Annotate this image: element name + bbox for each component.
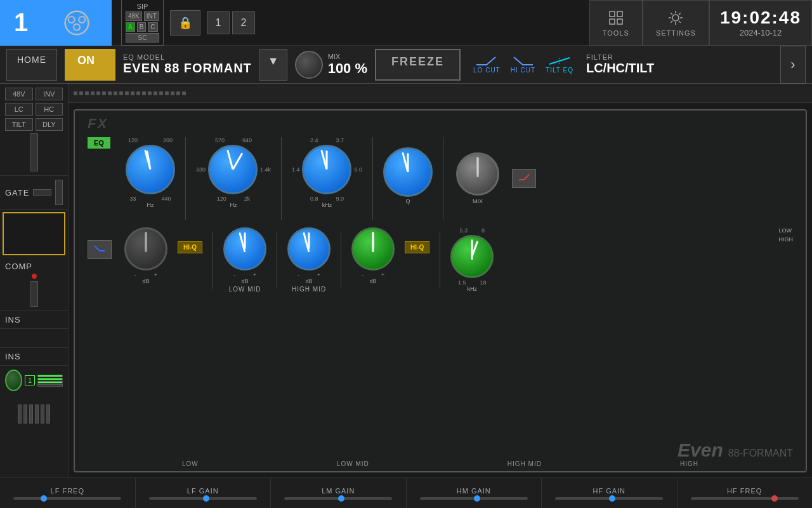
svg-point-8 (672, 15, 679, 21)
lm-gain-slider[interactable] (284, 497, 392, 500)
lm-gain-thumb (338, 495, 344, 502)
lowmid-gain-knob[interactable] (223, 227, 266, 271)
eq-on-button[interactable]: EQ (88, 137, 110, 149)
low-gain-minus: - (134, 272, 136, 278)
lf-gain-thumb (203, 495, 209, 502)
top-bar: 1 SIP 48K INT A B C SC 🔒 1 2 (0, 0, 812, 46)
lowmid-q-knob-indicator (232, 152, 244, 170)
divider-3 (372, 137, 373, 220)
bus-btn-1[interactable]: 1 (207, 11, 230, 34)
hiq-btn-2[interactable]: HI-Q (405, 241, 429, 253)
lowmid-section-label: LOW MID (229, 286, 261, 293)
mix-knob[interactable] (295, 51, 323, 79)
vol-knob[interactable] (5, 370, 22, 391)
lf-gain-slider[interactable] (149, 497, 257, 500)
lowmid-q-knob[interactable] (208, 145, 258, 194)
lo-shelf-btn[interactable] (88, 240, 112, 259)
hf-gain-slider[interactable] (555, 497, 663, 500)
comp-fader[interactable] (30, 281, 38, 307)
hi-shelf-icon-btn[interactable] (512, 169, 536, 188)
eq-model-block: EQ MODEL EVEN 88 FORMANT (123, 53, 252, 76)
tilt-eq-button[interactable]: TILT EQ (546, 55, 573, 74)
low-gain-section: - + dB (124, 227, 167, 284)
lowmid-gain-section: - + dB LOW MID (223, 227, 266, 293)
low-freq-knob[interactable] (126, 145, 175, 194)
hiq-btn-1[interactable]: HI-Q (178, 241, 202, 253)
main-area: FX EQ 120 200 33 (69, 84, 812, 478)
highmid-gain-knob[interactable] (287, 227, 331, 271)
lowmid-gain-scale: - + (233, 272, 256, 278)
bus-a[interactable]: A (126, 22, 135, 32)
eq-model-dropdown[interactable]: ▼ (259, 49, 287, 81)
divider-bot-1 (213, 232, 213, 289)
freeze-button[interactable]: FREEZE (375, 49, 461, 81)
spec-dot (159, 91, 163, 95)
dly-button[interactable]: DLY (36, 118, 63, 131)
highmid-gain-plus: + (317, 272, 320, 278)
hi-cut-label: HI CUT (511, 67, 535, 74)
gate-fader-vert[interactable] (55, 180, 63, 205)
low-freq-scale-440: 440 (161, 196, 171, 202)
spec-dot (148, 91, 152, 95)
settings-button[interactable]: SETTINGS (643, 0, 709, 46)
hiq-label-2[interactable]: HI-Q (405, 241, 429, 253)
high-freq-knob[interactable] (450, 235, 494, 278)
high-freq-53: 5.3 (459, 227, 468, 234)
highmid-q-scale-bot: 0.8 9.0 (310, 196, 344, 202)
hi-shelf-btn[interactable] (512, 169, 536, 188)
lc-button[interactable]: LC (5, 103, 33, 116)
lf-freq-slider[interactable] (13, 497, 121, 500)
home-button[interactable]: HOME (6, 49, 57, 81)
tilt-button[interactable]: TILT (5, 118, 33, 131)
highmid-q-knob[interactable] (302, 145, 351, 194)
highmid-q-scale-top: 2.4 3.7 (310, 137, 344, 144)
channel-vol: 1 (0, 366, 68, 395)
low-gain-knob[interactable] (124, 227, 167, 271)
high-q-knob[interactable] (383, 147, 433, 197)
mix-plugin-knob[interactable] (456, 152, 499, 196)
lock-button[interactable]: 🔒 (170, 10, 200, 36)
eq-controls-row: EQ 120 200 33 440 Hz (75, 128, 806, 220)
lowmid-q-120: 120 (217, 196, 226, 202)
hm-gain-slider[interactable] (420, 497, 528, 500)
bus-b[interactable]: B (137, 22, 147, 32)
48v-button[interactable]: 48V (5, 88, 33, 100)
clock-time: 19:02:48 (720, 8, 801, 28)
eq-bot-row: - + dB HI-Q - + (75, 222, 806, 293)
gate-label: GATE (5, 188, 29, 197)
lo-shelf-icon-btn[interactable] (88, 240, 112, 259)
highmid-section-label: HIGH MID (292, 286, 326, 293)
vol-num-badge: 1 (25, 375, 35, 385)
svg-rect-4 (610, 11, 615, 17)
gate-fader[interactable] (33, 189, 51, 196)
lowmid-q-570: 570 (215, 137, 225, 144)
lowmid-gain-plus: + (253, 272, 256, 278)
fx-watermark: FX (88, 116, 108, 132)
bus-c[interactable]: C (148, 22, 157, 32)
svg-point-1 (69, 17, 75, 23)
low-freq-scale-33: 33 (129, 196, 136, 202)
ins-block-2: INS (0, 348, 68, 366)
hi-cut-button[interactable]: HI CUT (511, 55, 535, 74)
high-gain-knob[interactable] (351, 227, 395, 271)
lowmid-q-scale-top: 570 940 (215, 137, 252, 144)
high-gain-section: - + dB (351, 227, 395, 284)
sidebar-fader-1[interactable] (30, 133, 38, 171)
hiq-label-1[interactable]: HI-Q (178, 241, 202, 253)
high-freq-8: 8 (481, 227, 485, 234)
bottom-hf-freq: HF FREQ (678, 478, 813, 508)
inv-button[interactable]: INV (36, 88, 63, 100)
lo-cut-button[interactable]: LO CUT (473, 55, 501, 74)
tools-button[interactable]: TOOLS (589, 0, 643, 46)
hf-freq-slider[interactable] (691, 497, 799, 500)
hc-button[interactable]: HC (36, 103, 63, 116)
hf-gain-label: HF GAIN (593, 487, 625, 495)
bottom-lm-gain: LM GAIN (271, 478, 407, 508)
level-bar-6 (46, 404, 50, 424)
settings-label: SETTINGS (656, 29, 696, 37)
bus-btn-2[interactable]: 2 (232, 11, 255, 34)
next-arrow-button[interactable]: › (780, 46, 806, 84)
top-mid-area: SIP 48K INT A B C SC 🔒 1 2 (112, 0, 589, 46)
on-button[interactable]: ON (65, 49, 115, 81)
low-gain-indicator (145, 232, 147, 249)
